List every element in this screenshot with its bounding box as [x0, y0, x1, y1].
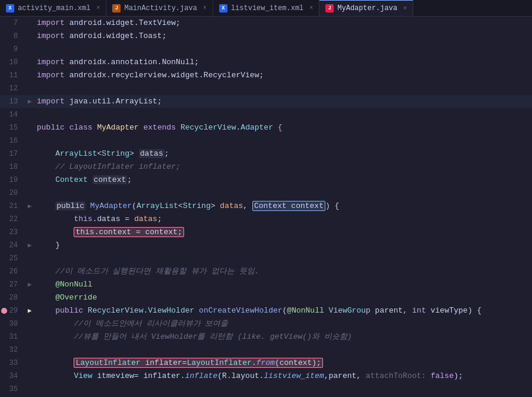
- line-27: 27 ▶ @NonNull: [0, 278, 532, 291]
- line-29: 29 ▶ public RecyclerView.ViewHolder onCr…: [0, 304, 532, 317]
- line-12: 12: [0, 82, 532, 95]
- line-25: 25: [0, 252, 532, 265]
- code-editor[interactable]: 7 import android.widget.TextView; 8 impo…: [0, 17, 532, 397]
- line-14: 14: [0, 108, 532, 121]
- line-11: 11 import androidx.recyclerview.widget.R…: [0, 69, 532, 82]
- tab-listview-item-xml[interactable]: X listview_item.xml ×: [213, 0, 319, 16]
- close-icon[interactable]: ×: [203, 5, 207, 11]
- tab-bar: X activity_main.xml × J MainActivity.jav…: [0, 0, 532, 17]
- tab-label: MyAdapter.java: [337, 4, 397, 12]
- line-15: 15 public class MyAdapter extends Recycl…: [0, 121, 532, 134]
- close-icon[interactable]: ×: [309, 5, 313, 11]
- line-18: 18 // LayoutInflater inflater;: [0, 160, 532, 174]
- java-active-icon: J: [325, 4, 334, 12]
- line-34: 34 View itmeview= inflater.inflate(R.lay…: [0, 370, 532, 383]
- code-lines: 7 import android.widget.TextView; 8 impo…: [0, 17, 532, 397]
- line-20: 20: [0, 187, 532, 200]
- close-icon[interactable]: ×: [96, 5, 100, 11]
- line-13: 13 ▶ import java.util.ArrayList;: [0, 95, 532, 108]
- line-33: 33 LayoutInflater inflater=LayoutInflate…: [0, 357, 532, 370]
- close-icon[interactable]: ×: [403, 5, 407, 12]
- line-23: 23 this.context = context;: [0, 226, 532, 239]
- tab-label: listview_item.xml: [231, 4, 303, 12]
- line-7: 7 import android.widget.TextView;: [0, 17, 532, 30]
- line-17: 17 ArrayList<String> datas;: [0, 147, 532, 160]
- xml-icon: X: [6, 4, 14, 12]
- line-19: 19 Context context;: [0, 174, 532, 187]
- tab-my-adapter-java[interactable]: J MyAdapter.java ×: [319, 0, 413, 16]
- editor-container: X activity_main.xml × J MainActivity.jav…: [0, 0, 532, 397]
- tab-label: MainActivity.java: [124, 4, 197, 12]
- tab-activity-main-xml[interactable]: X activity_main.xml ×: [0, 0, 106, 16]
- tab-label: activity_main.xml: [18, 4, 90, 12]
- line-35: 35: [0, 383, 532, 396]
- line-32: 32: [0, 344, 532, 357]
- line-24: 24 ▶ }: [0, 239, 532, 252]
- line-30: 30 //이 메소드안에서 리사이클러뷰가 보여줄: [0, 317, 532, 330]
- java-icon: J: [112, 4, 121, 12]
- line-26: 26 //이 메소드가 실행된다면 재활용할 뷰가 없다는 뜻임.: [0, 265, 532, 278]
- line-8: 8 import android.widget.Toast;: [0, 30, 532, 43]
- line-22: 22 this.datas = datas;: [0, 213, 532, 226]
- line-28: 28 @Override: [0, 291, 532, 304]
- line-16: 16: [0, 134, 532, 147]
- line-9: 9: [0, 43, 532, 56]
- xml-icon: X: [219, 4, 227, 12]
- tab-main-activity-java[interactable]: J MainActivity.java ×: [106, 0, 213, 16]
- line-21: 21 ▶ public MyAdapter(ArrayList<String> …: [0, 200, 532, 213]
- line-10: 10 import androidx.annotation.NonNull;: [0, 56, 532, 69]
- line-31: 31 //뷰를 만들어 내서 ViewHolder를 리턴함 (like. ge…: [0, 330, 532, 344]
